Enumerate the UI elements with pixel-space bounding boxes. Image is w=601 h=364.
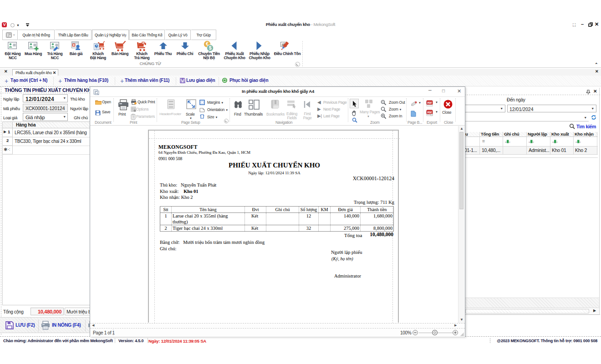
svg-text:PDF: PDF [427, 101, 432, 104]
svg-text:$: $ [209, 45, 212, 51]
svg-text:a: a [552, 141, 554, 143]
svg-text:a: a [529, 141, 530, 143]
svg-text:a: a [505, 141, 507, 143]
svg-text:c: c [556, 141, 558, 143]
svg-text:a: a [576, 141, 577, 143]
svg-text:PDF: PDF [427, 111, 432, 114]
svg-text:c: c [533, 141, 534, 143]
svg-text:c: c [509, 141, 510, 143]
svg-text:c: c [580, 141, 581, 143]
